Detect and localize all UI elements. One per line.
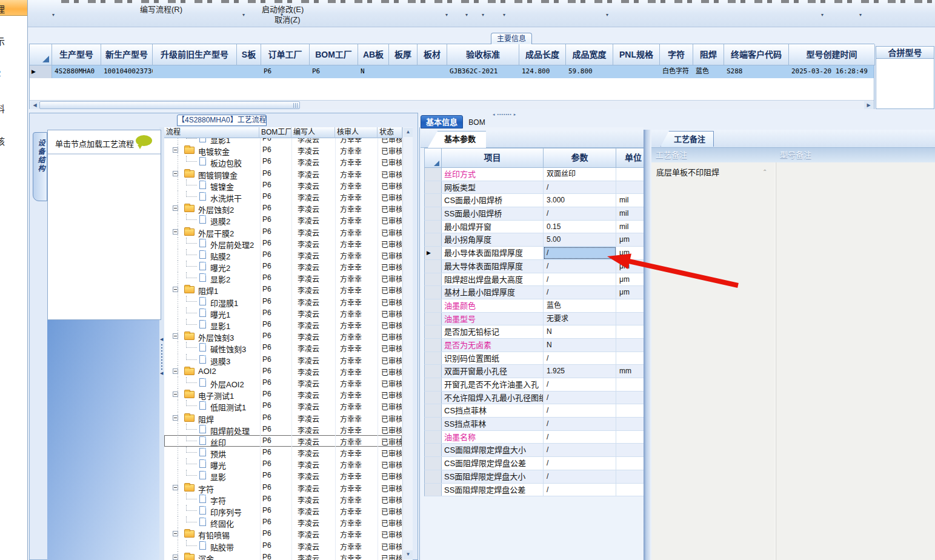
param-row-selector[interactable]: ▶	[425, 247, 442, 259]
param-row-CS面阻焊限定焊盘大小[interactable]: CS面阻焊限定焊盘大小/	[424, 444, 650, 457]
main-cell[interactable]	[153, 65, 237, 78]
tree-row-阻焊前处理[interactable]: 阻焊前处理P6李凌云方幸幸已审核	[164, 424, 402, 435]
main-cell[interactable]: GJB362C-2021	[447, 65, 519, 78]
tree-node-label[interactable]: 退膜3	[210, 355, 230, 367]
tree-node-label[interactable]: 丝印	[210, 436, 226, 448]
tree-row-阻焊1[interactable]: 阻焊1P6李凌云方幸幸已审核	[164, 284, 402, 295]
param-row-selector[interactable]	[425, 404, 442, 417]
main-cell[interactable]: 白色字符	[660, 65, 693, 78]
tree-node-label[interactable]: 预烘	[210, 448, 226, 459]
tree-row-电镀软金[interactable]: 电镀软金P6李凌云方幸幸已审核	[164, 144, 402, 156]
main-cell[interactable]	[389, 65, 418, 78]
left-nav-item[interactable]: 示	[0, 35, 14, 47]
tree-row-退膜3[interactable]: 退膜3P6李凌云方幸幸已审核	[164, 354, 402, 365]
tree-row-图镀铜镍金[interactable]: 图镀铜镍金P6李凌云方幸幸已审核	[164, 168, 402, 179]
left-nav-item[interactable]: 理	[0, 2, 14, 15]
main-col-6[interactable]: AB板	[358, 44, 389, 65]
dropdown-caret-icon[interactable]: ▾	[859, 12, 862, 18]
param-value-cell[interactable]: 0.15	[544, 221, 616, 233]
tree-node-label[interactable]: 贴膜2	[210, 250, 230, 262]
tree-node-label[interactable]: 沉金	[198, 553, 214, 560]
main-cell[interactable]: P6	[310, 65, 358, 78]
collapse-icon[interactable]	[173, 287, 178, 292]
param-row-selector[interactable]	[425, 418, 442, 430]
tree-node-label[interactable]: 碱性蚀刻3	[210, 343, 246, 355]
tree-row-显影1[interactable]: 显影1P6李凌云方幸幸已审核	[164, 319, 402, 330]
tree-row-曝光2[interactable]: 曝光2P6李凌云方幸幸已审核	[164, 261, 402, 272]
param-value-cell[interactable]: N	[544, 339, 616, 352]
tree-row-显影[interactable]: 显影P6李凌云方幸幸已审核	[164, 470, 402, 481]
tree-node-label[interactable]: 退膜2	[210, 215, 230, 227]
tree-row-外层蚀刻2[interactable]: 外层蚀刻2P6李凌云方幸幸已审核	[164, 202, 402, 214]
param-value-cell[interactable]: /	[544, 260, 616, 273]
param-row-开窗孔是否不允许油墨入孔[interactable]: 开窗孔是否不允许油墨入孔/	[424, 378, 650, 392]
param-select-corner[interactable]	[425, 148, 442, 168]
param-row-selector[interactable]	[425, 233, 442, 246]
dropdown-caret-icon[interactable]: ▾	[465, 12, 468, 18]
tree-row-低阻测试1[interactable]: 低阻测试1P6李凌云方幸幸已审核	[164, 400, 402, 412]
param-row-基材上最小阻焊厚度[interactable]: 基材上最小阻焊厚度/μm	[424, 286, 650, 299]
param-row-阻焊超出焊盘最大高度[interactable]: 阻焊超出焊盘最大高度/μm	[424, 273, 650, 287]
param-row-selector[interactable]	[425, 260, 442, 273]
tree-vscrollbar[interactable]: ▲ ▼	[402, 127, 413, 560]
tree-node-label[interactable]: 显影2	[210, 273, 230, 285]
tree-node-label[interactable]: 显影	[210, 471, 226, 482]
subtab-basic-params[interactable]: 基本参数	[428, 131, 486, 148]
main-cell[interactable]	[613, 65, 660, 78]
param-row-selector[interactable]	[425, 286, 442, 299]
tree-node-label[interactable]: AOI2	[198, 367, 216, 376]
main-cell[interactable]: N	[358, 65, 389, 78]
param-row-SS面最小阻焊桥[interactable]: SS面最小阻焊桥/mil	[424, 207, 650, 221]
param-row-丝印方式[interactable]: 丝印方式双面丝印	[424, 168, 650, 181]
collapse-icon[interactable]	[173, 392, 178, 397]
tree-row-外层前处理2[interactable]: 外层前处理2P6李凌云方幸幸已审核	[164, 238, 402, 249]
main-col-5[interactable]: BOM工厂	[310, 44, 358, 65]
col-value[interactable]: 参数	[544, 148, 616, 168]
dropdown-caret-icon[interactable]: ▾	[821, 12, 824, 18]
main-table-selected-row[interactable]: ▶ 4S2880MHA010010400237305P6P6NGJB362C-2…	[30, 65, 874, 78]
tree-node-label[interactable]: 外层前处理2	[210, 239, 254, 250]
param-row-最小导体表面阻焊厚度[interactable]: ▶最小导体表面阻焊厚度/μm	[424, 247, 650, 260]
main-col-11[interactable]: 成品宽度	[566, 44, 613, 65]
main-cell[interactable]: P6	[261, 65, 310, 78]
tree-node-label[interactable]: 外层蚀刻2	[198, 204, 234, 215]
param-row-selector[interactable]	[425, 444, 442, 456]
tree-row-外层蚀刻3[interactable]: 外层蚀刻3P6李凌云方幸幸已审核	[164, 330, 402, 342]
param-value-cell[interactable]: /	[544, 207, 616, 220]
param-value-cell[interactable]: /	[544, 484, 616, 496]
collapse-icon[interactable]	[173, 147, 178, 153]
param-row-selector[interactable]	[425, 365, 442, 378]
scroll-up-icon[interactable]: ▲	[404, 128, 413, 137]
tree-node-label[interactable]: 外层蚀刻3	[198, 332, 234, 343]
collapse-left-icon[interactable]: ◀	[160, 371, 163, 376]
param-value-cell[interactable]: N	[544, 325, 616, 338]
param-value-cell[interactable]: /	[544, 457, 616, 470]
main-col-7[interactable]: 板厚	[389, 44, 418, 65]
tab-basic-info[interactable]: 基本信息	[421, 115, 463, 128]
tree-node-label[interactable]: 镀镍金	[210, 181, 234, 192]
dropdown-caret-icon[interactable]: ▾	[445, 12, 448, 18]
param-value-cell[interactable]: /	[544, 418, 616, 430]
tree-node-label[interactable]: 贴胶带	[210, 541, 234, 553]
tree-row-碱性蚀刻3[interactable]: 碱性蚀刻3P6李凌云方幸幸已审核	[164, 342, 402, 353]
tree-row-阻焊[interactable]: 阻焊P6李凌云方幸幸已审核	[164, 412, 402, 424]
main-col-14[interactable]: 阻焊	[693, 44, 724, 65]
tree-node-label[interactable]: 曝光	[210, 459, 226, 471]
main-col-12[interactable]: PNL规格	[613, 44, 660, 65]
tree-node-label[interactable]: 有铅喷锡	[198, 529, 230, 541]
main-col-2[interactable]: 升级前旧生产型号	[153, 44, 237, 65]
param-value-cell[interactable]: 1.925	[544, 365, 616, 378]
param-row-识别码位置图纸[interactable]: 识别码位置图纸/	[424, 352, 650, 365]
param-row-selector[interactable]	[425, 325, 442, 338]
scroll-down-icon[interactable]: ▼	[404, 550, 413, 559]
collapse-icon[interactable]	[173, 205, 178, 211]
main-col-0[interactable]: 生产型号	[52, 44, 101, 65]
tree-row-沉金[interactable]: 沉金P6李凌云方幸幸已审核	[164, 552, 402, 560]
param-row-最大导体表面阻焊厚度[interactable]: 最大导体表面阻焊厚度/μm	[424, 260, 650, 273]
tree-node-label[interactable]: 曝光1	[210, 308, 230, 320]
tree-node-label[interactable]: 字符	[198, 483, 214, 495]
param-value-cell[interactable]: /	[544, 273, 616, 286]
tree-node-label[interactable]: 印湿膜1	[210, 297, 238, 308]
tree-row-终固化[interactable]: 终固化P6李凌云方幸幸已审核	[164, 516, 402, 528]
tree-node-label[interactable]: 字符	[210, 495, 226, 506]
